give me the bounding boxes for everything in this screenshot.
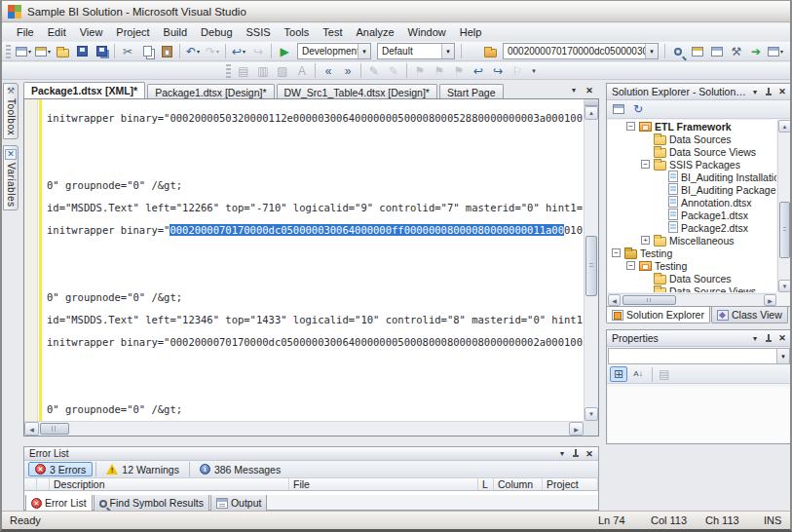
menu-build[interactable]: Build — [157, 24, 194, 40]
categorized-icon[interactable]: ⊞ — [610, 366, 627, 382]
quick-info-icon[interactable]: ▨ — [274, 62, 291, 79]
column-header-column[interactable]: Column — [494, 478, 543, 490]
scroll-right-icon[interactable]: ▶ — [764, 294, 776, 306]
editor-line[interactable] — [47, 376, 583, 399]
auto-hide-pin-icon[interactable] — [569, 447, 583, 460]
menu-analyze[interactable]: Analyze — [349, 24, 400, 40]
filter-386-messages[interactable]: 386 Messages — [193, 462, 287, 476]
tab-class-view[interactable]: Class View — [711, 307, 788, 323]
tab-solution-explorer[interactable]: Solution Explorer — [606, 307, 710, 323]
tree-expander-icon[interactable]: + — [641, 236, 650, 245]
find-folder-icon[interactable] — [481, 43, 499, 59]
clear-bookmarks-icon[interactable]: ⚐ — [509, 62, 526, 79]
word-completion-icon[interactable]: A — [293, 62, 311, 79]
scroll-up-icon[interactable]: ▲ — [585, 106, 598, 120]
alphabetical-icon[interactable]: A↓ — [629, 366, 647, 382]
solution-configurations-combo[interactable]: Development▾ — [297, 43, 371, 59]
close-document-icon[interactable]: ✕ — [583, 84, 596, 96]
menu-help[interactable]: Help — [453, 24, 489, 40]
editor-line[interactable] — [47, 264, 583, 286]
active-files-dropdown-icon[interactable]: ▾ — [567, 84, 581, 96]
editor-vscroll-thumb[interactable] — [585, 236, 597, 296]
solution-tree-vscroll-thumb[interactable] — [779, 202, 790, 258]
toolbar-options-button[interactable]: ▾ — [786, 43, 792, 59]
solution-tree-vertical-scrollbar[interactable]: ▲ ▼ — [777, 120, 791, 292]
scroll-up-icon[interactable]: ▲ — [778, 120, 791, 133]
comment-out-icon[interactable]: ✎ — [365, 62, 383, 79]
next-bookmark-folder-icon[interactable]: ↪ — [489, 62, 507, 79]
filter-12-warnings[interactable]: 12 Warnings — [99, 462, 186, 476]
toggle-bookmark-icon[interactable]: ⚑ — [411, 62, 429, 79]
column-header-file[interactable]: File — [289, 478, 478, 490]
solution-explorer-header[interactable]: Solution Explorer - Solution 'Sampl... ▾… — [607, 84, 791, 100]
new-project-icon[interactable]: ▾ — [15, 43, 32, 59]
find-in-files-icon[interactable] — [669, 43, 687, 59]
toolbar-options-button-2[interactable]: ▾ — [528, 62, 540, 79]
window-position-dropdown-icon[interactable]: ▾ — [555, 447, 569, 460]
undo-icon[interactable]: ↶▾ — [184, 43, 202, 59]
column-header-project[interactable]: Project — [543, 478, 598, 490]
tab-start-page[interactable]: Start Page — [439, 84, 504, 99]
auto-hide-pin-icon[interactable] — [762, 332, 775, 345]
property-pages-icon[interactable]: ▤ — [656, 366, 673, 382]
tab-package1-dtsx-design[interactable]: Package1.dtsx [Design]* — [147, 84, 274, 99]
tree-item-package1-dtsx[interactable]: Package1.dtsx — [608, 209, 776, 221]
filter-3-errors[interactable]: 3 Errors — [28, 462, 93, 476]
menu-edit[interactable]: Edit — [41, 24, 73, 40]
editor-hscroll-thumb[interactable] — [40, 423, 69, 435]
solution-tree-hscroll-thumb[interactable] — [622, 295, 676, 305]
toolbar-grip[interactable] — [6, 45, 11, 58]
editor-line[interactable]: initwrapper binary="0002000050320000112e… — [47, 107, 583, 130]
title-bar[interactable]: Sample BI Solution - Microsoft Visual St… — [2, 1, 790, 22]
editor-line[interactable]: 0" groupnode="0" /&gt; — [47, 174, 583, 197]
column-header-description[interactable]: Description — [50, 478, 289, 490]
close-panel-icon[interactable]: ✕ — [775, 332, 789, 345]
menu-tools[interactable]: Tools — [278, 24, 317, 40]
solution-tree-horizontal-scrollbar[interactable]: ◀ ▶ — [608, 293, 776, 306]
tree-item-etl-framework[interactable]: −ETL Framework — [608, 120, 776, 133]
editor-line[interactable]: initwrapper binary="0002000070170000dc05… — [47, 219, 583, 242]
dropdown-icon[interactable]: ▾ — [441, 44, 454, 58]
tree-item-annotation-dtsx[interactable]: Annotation.dtsx — [608, 196, 776, 209]
tree-expander-icon[interactable]: − — [626, 261, 635, 270]
menu-project[interactable]: Project — [109, 24, 156, 40]
add-new-item-icon[interactable]: ▾ — [34, 43, 52, 59]
previous-bookmark-folder-icon[interactable]: ↩ — [470, 62, 487, 79]
scroll-left-icon[interactable]: ◀ — [24, 422, 39, 436]
window-position-dropdown-icon[interactable]: ▾ — [748, 332, 762, 345]
find-combo[interactable]: 0002000070170000dc050000300(▾ — [503, 43, 659, 59]
scroll-down-icon[interactable]: ▼ — [585, 407, 598, 421]
error-list-header[interactable]: Error List ▾ ✕ — [24, 447, 598, 461]
editor-line[interactable]: 0" groupnode="0" /&gt; — [47, 399, 583, 420]
redo-icon[interactable]: ↷▾ — [204, 43, 221, 59]
menu-window[interactable]: Window — [401, 24, 453, 40]
save-icon[interactable] — [73, 43, 91, 59]
toolbar-grip[interactable] — [226, 64, 231, 78]
tree-item-bi-auditing-package-lo[interactable]: BI_Auditing Package Lo — [608, 183, 776, 196]
menu-debug[interactable]: Debug — [194, 24, 239, 40]
menu-ssis[interactable]: SSIS — [240, 24, 278, 40]
tree-item-package2-dtsx[interactable]: Package2.dtsx — [608, 221, 776, 234]
column-header-l[interactable]: L — [478, 478, 494, 490]
close-panel-icon[interactable]: ✕ — [775, 86, 789, 98]
previous-bookmark-icon[interactable]: ⚑ — [431, 62, 448, 79]
properties-icon[interactable] — [610, 101, 627, 117]
tree-item-data-sources[interactable]: Data Sources — [608, 272, 776, 285]
increase-indent-icon[interactable]: » — [339, 62, 357, 79]
open-file-icon[interactable] — [54, 43, 71, 59]
editor-vertical-scrollbar[interactable]: ▲ ▼ — [584, 99, 598, 421]
other-windows-icon[interactable]: ▾ — [767, 43, 784, 59]
tool-tab-toolbox[interactable]: ⚒Toolbox — [3, 83, 19, 139]
navigate-backward-icon[interactable]: ↩▾ — [230, 43, 247, 59]
start-debugging-icon[interactable]: ▶ — [276, 43, 293, 59]
close-panel-icon[interactable]: ✕ — [583, 447, 596, 460]
tree-item-bi-auditing-installation[interactable]: BI_Auditing Installation. — [608, 171, 776, 183]
editor-line[interactable] — [47, 242, 583, 264]
editor-text-area[interactable]: initwrapper binary="0002000050320000112e… — [47, 107, 583, 420]
menu-test[interactable]: Test — [316, 24, 349, 40]
auto-hide-pin-icon[interactable] — [762, 86, 775, 98]
next-bookmark-icon[interactable]: ⚑ — [450, 62, 468, 79]
parameter-info-icon[interactable]: ▥ — [254, 62, 272, 79]
tab-find-symbol-results[interactable]: Find Symbol Results — [94, 495, 209, 512]
tree-expander-icon[interactable]: − — [641, 160, 650, 169]
